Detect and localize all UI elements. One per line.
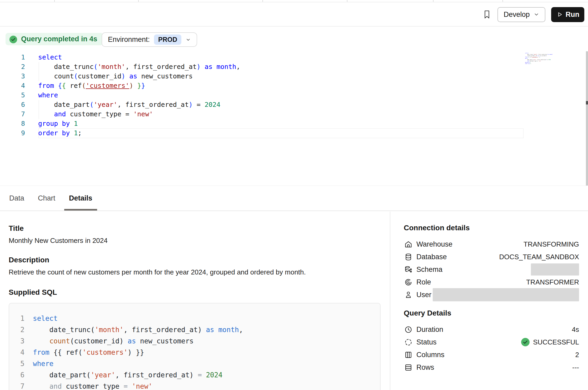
query-details-heading: Query Details [404, 309, 579, 317]
code-line-6: 6 date_part('year', first_ordered_at) = … [16, 369, 380, 381]
minimap-content: 1select2 date_trunc('month', first_order… [525, 52, 552, 64]
warehouse-icon [404, 240, 413, 249]
code-line-5: 5where [0, 91, 588, 100]
row-label: Status [416, 338, 437, 346]
tab-divider [502, 0, 503, 2]
description-heading: Description [9, 256, 381, 264]
code-line-3: 3 count(customer_id) as new_customers [0, 72, 588, 81]
sql-editor[interactable]: 1select2 date_trunc('month', first_order… [0, 51, 588, 186]
code-line-1: 1select [16, 313, 380, 324]
run-button-label: Run [566, 11, 579, 19]
cutoff-tab-strip [0, 0, 588, 2]
code-line-1: 1select [0, 53, 588, 62]
row-database: DatabaseDOCS_TEAM_SANDBOX [404, 251, 579, 263]
line-number: 4 [16, 347, 24, 358]
header-toolbar: Develop Run [0, 3, 588, 27]
code-line-5: 5where [16, 358, 380, 369]
code-line-7: 7 and customer_type = 'new' [0, 109, 588, 119]
line-number: 3 [0, 72, 25, 81]
description-value: Retrieve the count of new customers per … [9, 268, 381, 276]
environment-dropdown[interactable]: Environment: PROD [102, 32, 197, 47]
line-number: 7 [0, 109, 25, 119]
editor-code-lines: 1select2 date_trunc('month', first_order… [0, 53, 588, 138]
line-number: 8 [0, 119, 25, 128]
details-content: Title Monthly New Customers in 2024 Desc… [0, 212, 588, 390]
tab-data[interactable]: Data [9, 186, 25, 211]
editor-minimap[interactable]: 1select2 date_trunc('month', first_order… [525, 52, 552, 68]
query-rows: Duration4sStatusSUCCESSFULColumns2Rows--… [404, 323, 579, 374]
tab-divider [433, 0, 433, 2]
tab-divider [54, 0, 55, 2]
tab-chart[interactable]: Chart [37, 186, 56, 211]
redacted-value [531, 263, 579, 276]
query-status-text: Query completed in 4s [21, 35, 97, 43]
row-value: --- [572, 363, 579, 372]
clock-icon [404, 325, 413, 334]
details-right-pane: Connection details WarehouseTRANSFORMING… [390, 212, 588, 390]
chevron-down-icon [534, 12, 539, 17]
schema-icon [404, 265, 413, 274]
bookmark-icon[interactable] [481, 9, 493, 20]
row-value: 2 [575, 351, 579, 359]
results-tab-bar: DataChartDetails [0, 186, 588, 211]
row-rows: Rows--- [404, 361, 579, 374]
success-check-icon [521, 338, 530, 347]
chevron-down-icon [186, 37, 191, 42]
code-line-6: 6 date_part('year', first_ordered_at) = … [0, 100, 588, 109]
code-line-8: 8group by 1 [0, 119, 588, 128]
query-status-badge: Query completed in 4s [6, 33, 103, 45]
scrollbar-cursor-mark [586, 101, 588, 104]
row-value: TRANSFORMING [524, 240, 579, 248]
line-number: 6 [0, 100, 25, 109]
line-number: 1 [16, 313, 24, 324]
tab-divider [262, 0, 263, 2]
details-left-pane: Title Monthly New Customers in 2024 Desc… [0, 212, 390, 390]
row-value: TRANSFORMER [526, 278, 579, 286]
row-value: DOCS_TEAM_SANDBOX [499, 253, 579, 261]
tab-divider [138, 0, 139, 2]
row-value [531, 263, 579, 276]
connection-details-heading: Connection details [404, 224, 579, 232]
line-number: 5 [16, 358, 24, 369]
tab-details[interactable]: Details [68, 186, 93, 211]
code-line-2: 2 date_trunc('month', first_ordered_at) … [0, 62, 588, 72]
row-label: Rows [416, 363, 434, 372]
code-line-3: 3 count(customer_id) as new_customers [16, 336, 380, 347]
user-icon [404, 290, 413, 299]
row-value: 4s [572, 326, 579, 334]
success-check-icon [9, 35, 17, 43]
code-line-9: 9order by 1; [525, 63, 552, 64]
line-number: 7 [16, 381, 24, 390]
editor-scrollbar[interactable] [586, 51, 588, 186]
line-number: 6 [16, 369, 24, 381]
rows-icon [404, 363, 413, 372]
row-columns: Columns2 [404, 348, 579, 361]
title-value: Monthly New Customers in 2024 [9, 237, 381, 245]
line-number: 5 [0, 91, 25, 100]
supplied-sql-block: 1select2 date_trunc('month', first_order… [9, 303, 381, 390]
line-number: 2 [16, 324, 24, 336]
code-line-7: 7 and customer_type = 'new' [16, 381, 380, 390]
row-label: Columns [416, 351, 445, 359]
run-button[interactable]: Run [551, 7, 584, 22]
row-status: StatusSUCCESSFUL [404, 336, 579, 348]
line-number: 2 [0, 62, 25, 72]
line-number: 1 [0, 53, 25, 62]
environment-label: Environment: [108, 36, 150, 44]
play-icon [556, 11, 563, 18]
develop-button[interactable]: Develop [497, 7, 545, 22]
code-line-2: 2 date_trunc('month', first_ordered_at) … [16, 324, 380, 336]
environment-value-pill: PROD [154, 34, 181, 45]
code-line-9: 9order by 1; [0, 128, 588, 138]
database-icon [404, 252, 413, 261]
supplied-sql-heading: Supplied SQL [9, 288, 381, 297]
row-duration: Duration4s [404, 323, 579, 336]
row-label: Warehouse [416, 240, 452, 248]
supplied-sql-lines: 1select2 date_trunc('month', first_order… [16, 313, 380, 390]
row-role: RoleTRANSFORMER [404, 276, 579, 288]
line-number: 3 [16, 336, 24, 347]
row-user: User [404, 288, 579, 301]
row-label: Role [416, 278, 431, 286]
row-label: User [416, 291, 431, 299]
row-label: Schema [416, 266, 442, 274]
